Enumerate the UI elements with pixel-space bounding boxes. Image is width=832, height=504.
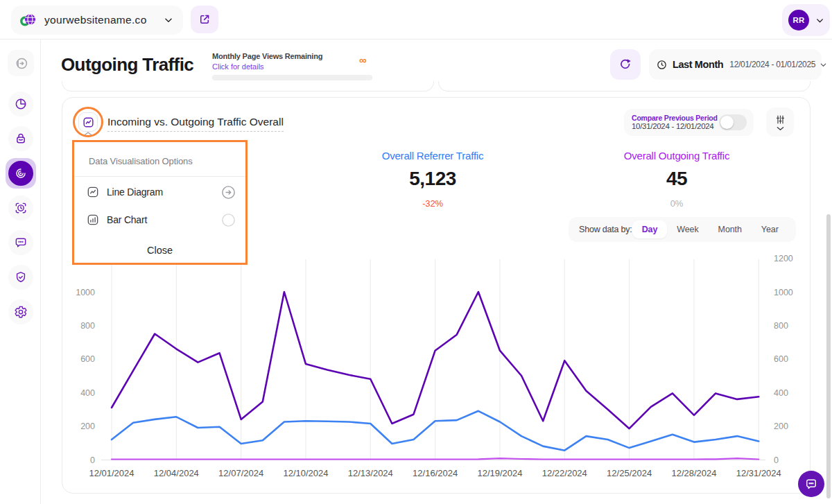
- svg-text:12/04/2024: 12/04/2024: [154, 468, 199, 478]
- svg-text:1000: 1000: [76, 288, 95, 297]
- line-chart-icon: [82, 116, 95, 129]
- svg-text:200: 200: [774, 422, 788, 431]
- svg-text:12/22/2024: 12/22/2024: [542, 468, 587, 478]
- scrollbar-thumb[interactable]: [826, 214, 831, 498]
- svg-text:400: 400: [80, 388, 95, 398]
- svg-text:1200: 1200: [774, 254, 793, 263]
- svg-text:12/19/2024: 12/19/2024: [477, 468, 522, 478]
- svg-text:12/28/2024: 12/28/2024: [671, 468, 716, 478]
- arrow-right-circle-icon[interactable]: [220, 184, 236, 200]
- popup-option-label: Line Diagram: [107, 186, 163, 198]
- svg-text:12/01/2024: 12/01/2024: [89, 468, 134, 478]
- card-title: Incoming vs. Outgoing Traffic Overall: [107, 116, 284, 132]
- svg-text:800: 800: [80, 321, 95, 331]
- svg-text:400: 400: [774, 388, 788, 398]
- popup-divider: [74, 176, 245, 177]
- popup-option-bar-chart[interactable]: Bar Chart: [86, 211, 236, 228]
- svg-text:12/10/2024: 12/10/2024: [283, 468, 328, 478]
- chart-type-button[interactable]: [78, 112, 98, 132]
- svg-text:12/25/2024: 12/25/2024: [607, 468, 652, 478]
- svg-text:12/16/2024: 12/16/2024: [413, 468, 458, 478]
- svg-text:0: 0: [774, 455, 779, 465]
- svg-text:12/31/2024: 12/31/2024: [736, 468, 781, 478]
- support-chat-button[interactable]: [798, 471, 824, 497]
- svg-text:200: 200: [80, 422, 95, 431]
- svg-text:12/07/2024: 12/07/2024: [218, 468, 263, 478]
- popup-option-line-diagram[interactable]: Line Diagram: [86, 184, 236, 200]
- bar-chart-option-icon: [86, 213, 100, 227]
- svg-text:1000: 1000: [774, 288, 793, 297]
- svg-text:12/13/2024: 12/13/2024: [348, 468, 393, 478]
- radio-unselected-icon[interactable]: [220, 212, 236, 228]
- popup-title: Data Visualisation Options: [89, 156, 193, 166]
- popup-option-label: Bar Chart: [107, 214, 147, 225]
- chat-bubble-icon: [804, 477, 818, 491]
- line-chart-option-icon: [86, 185, 100, 199]
- svg-text:800: 800: [774, 321, 788, 331]
- data-visualisation-popup: Data Visualisation Options Line Diagram …: [72, 140, 248, 265]
- popup-close-button[interactable]: Close: [74, 245, 245, 256]
- svg-text:600: 600: [80, 354, 95, 364]
- svg-text:0: 0: [90, 455, 95, 465]
- svg-text:600: 600: [774, 354, 788, 364]
